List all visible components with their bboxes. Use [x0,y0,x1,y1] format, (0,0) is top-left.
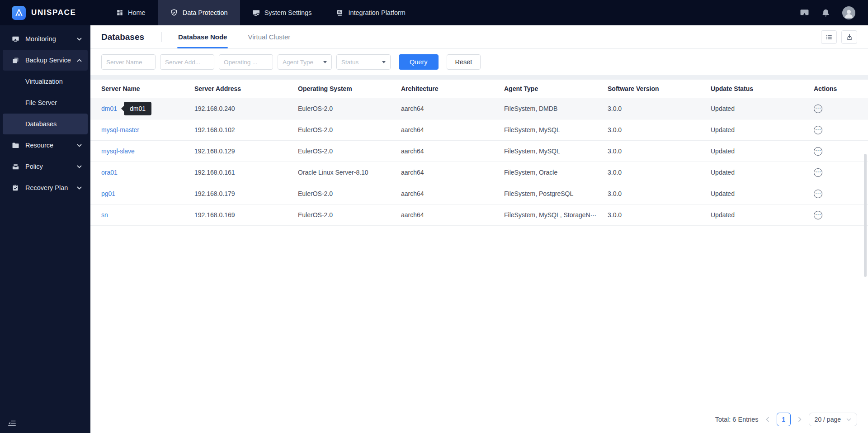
sidebar-item-resource[interactable]: Resource [3,135,88,156]
chevron-down-icon [77,165,82,168]
home-icon [116,9,123,16]
page-size-label: 20 / page [815,416,841,423]
table-cell: EulerOS-2.0 [298,204,401,225]
main-content: Databases Database Node Virtual Cluster [90,25,868,433]
previous-page-icon[interactable] [765,417,770,422]
table-cell: EulerOS-2.0 [298,140,401,162]
sidebar-label: Backup Service [25,57,77,64]
topbar-right [800,0,868,25]
filter-bar: Agent Type Status Query Reset [90,49,868,75]
sidebar-item-monitoring[interactable]: Monitoring [3,29,88,49]
col-actions: Actions [814,80,868,98]
export-button[interactable] [841,30,857,44]
sidebar-item-backup-service[interactable]: Backup Service [3,50,88,71]
more-actions-icon[interactable]: ⋯ [814,105,822,113]
tab-database-node[interactable]: Database Node [178,25,227,48]
server-name-link[interactable]: ora01 [101,169,118,176]
chat-icon[interactable] [800,8,809,18]
tabs: Database Node Virtual Cluster [178,25,290,48]
more-actions-icon[interactable]: ⋯ [814,190,822,198]
table-cell: 192.168.0.161 [194,162,298,183]
table-cell: aarch64 [401,119,504,140]
sidebar-label: Virtualization [25,78,82,85]
clipboard-check-icon [11,184,19,191]
table-cell: 192.168.0.169 [194,204,298,225]
table-row: ora01192.168.0.161Oracle Linux Server-8.… [90,162,868,183]
section-divider [90,75,868,80]
sidebar-label: Policy [25,163,77,170]
brand-name: UNISPACE [31,8,76,17]
server-name-link[interactable]: dm01 [101,105,117,112]
column-settings-button[interactable] [821,30,837,44]
table-cell: Updated [711,98,814,119]
table-cell: 192.168.0.240 [194,98,298,119]
tab-virtual-cluster[interactable]: Virtual Cluster [248,25,290,48]
bell-icon[interactable] [821,9,830,17]
table-scrollbar[interactable] [864,154,867,277]
server-name-tooltip: dm01 [124,102,151,115]
download-icon [846,33,853,41]
more-actions-icon[interactable]: ⋯ [814,126,822,134]
total-entries: Total: 6 Entries [715,416,759,423]
sidebar-item-recovery-plan[interactable]: Recovery Plan [3,177,88,198]
sidebar-item-file-server[interactable]: File Server [3,92,88,113]
next-page-icon[interactable] [797,417,802,422]
sidebar-item-virtualization[interactable]: Virtualization [3,71,88,92]
reset-button[interactable]: Reset [447,54,481,70]
page-number-button[interactable]: 1 [777,413,791,426]
table-cell: FileSystem, MySQL, StorageN⋯ [504,204,608,225]
table-cell: aarch64 [401,183,504,204]
col-software-version: Software Version [608,80,711,98]
server-name-link[interactable]: sn [101,211,108,219]
topnav-home[interactable]: Home [104,0,158,25]
table-body: dm01dm01192.168.0.240EulerOS-2.0aarch64F… [90,98,868,225]
sidebar-item-databases[interactable]: Databases [3,114,88,134]
more-actions-icon[interactable]: ⋯ [814,168,822,177]
server-name-link[interactable]: pg01 [101,190,115,197]
shield-icon [170,9,178,17]
sidebar-item-policy[interactable]: Policy [3,156,88,177]
table-cell: EulerOS-2.0 [298,119,401,140]
query-button[interactable]: Query [399,54,439,70]
copy-icon [11,57,19,64]
sidebar: Monitoring Backup Service Virtualization… [0,25,90,433]
more-actions-icon[interactable]: ⋯ [814,147,822,156]
table-cell: EulerOS-2.0 [298,183,401,204]
table-cell: 192.168.0.129 [194,140,298,162]
collapse-sidebar-icon[interactable] [8,419,16,428]
user-avatar[interactable] [842,6,855,19]
table-cell: EulerOS-2.0 [298,98,401,119]
status-placeholder: Status [341,59,359,66]
page-size-select[interactable]: 20 / page [809,413,857,426]
table-cell: 3.0.0 [608,98,711,119]
folder-icon [11,142,19,149]
topnav-system-settings[interactable]: System Settings [240,0,324,25]
server-address-input[interactable] [160,54,214,70]
table-cell: 3.0.0 [608,204,711,225]
server-name-link[interactable]: mysql-master [101,126,139,133]
sidebar-label: Resource [25,142,77,149]
table-cell: Updated [711,140,814,162]
topnav-data-protection[interactable]: Data Protection [158,0,240,25]
agent-type-select[interactable]: Agent Type [278,54,332,70]
table-cell: Updated [711,183,814,204]
table-row: mysql-master192.168.0.102EulerOS-2.0aarc… [90,119,868,140]
more-actions-icon[interactable]: ⋯ [814,211,822,219]
server-name-input[interactable] [101,54,156,70]
status-select[interactable]: Status [336,54,391,70]
topnav-label: System Settings [264,9,312,16]
table-cell: 3.0.0 [608,140,711,162]
chevron-down-icon [846,418,851,421]
server-name-link[interactable]: mysql-slave [101,148,135,155]
chevron-up-icon [77,59,82,62]
topnav-integration-platform[interactable]: Integration Platform [324,0,418,25]
col-update-status: Update Status [711,80,814,98]
table-row: mysql-slave192.168.0.129EulerOS-2.0aarch… [90,140,868,162]
chevron-down-icon [77,186,82,190]
operating-system-input[interactable] [219,54,273,70]
sidebar-label: Databases [25,120,82,128]
tab-label: Database Node [178,33,227,41]
sidebar-label: Recovery Plan [25,184,77,191]
table-row: sn192.168.0.169EulerOS-2.0aarch64FileSys… [90,204,868,225]
col-server-address: Server Address [194,80,298,98]
